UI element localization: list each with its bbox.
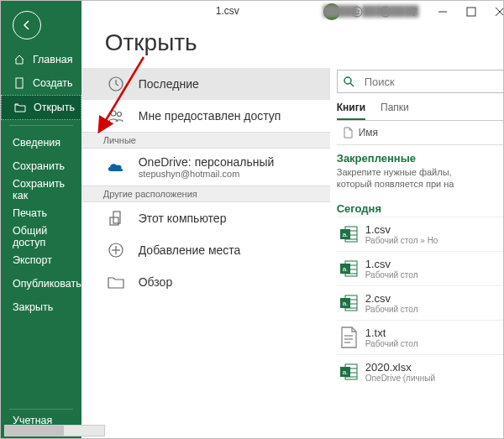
home-icon: [13, 53, 26, 66]
user-name: █████ ████████: [323, 5, 419, 17]
search-box[interactable]: [337, 70, 504, 93]
maximize-button[interactable]: [461, 3, 481, 20]
file-type-icon: a.: [337, 360, 360, 384]
file-icon: [337, 127, 359, 138]
column-name[interactable]: Имя: [359, 127, 378, 138]
onedrive-icon: [103, 154, 129, 180]
this-pc-icon: [103, 206, 129, 231]
source-recent[interactable]: Последние: [81, 68, 330, 100]
svg-point-19: [344, 77, 351, 84]
source-onedrive[interactable]: OneDrive: персональный stepushyn@hotmail…: [81, 149, 330, 186]
divider: [9, 125, 73, 126]
file-location: Рабочий стол: [365, 339, 418, 348]
nav-publish[interactable]: Опубликовать: [1, 272, 81, 295]
svg-rect-0: [16, 78, 23, 88]
svg-text:a.: a.: [342, 300, 348, 307]
group-personal: Личные: [81, 132, 330, 149]
file-type-icon: a.: [337, 222, 360, 246]
svg-point-13: [117, 112, 121, 117]
back-button[interactable]: [13, 11, 41, 39]
today-heading: Сегодня: [337, 202, 504, 215]
nav-label: Главная: [33, 54, 73, 65]
file-item[interactable]: a.1.csvРабочий стол » Но: [337, 217, 504, 251]
file-item[interactable]: a.1.csvРабочий стол: [337, 251, 504, 285]
source-label: Обзор: [139, 275, 172, 289]
file-name: 1.csv: [365, 223, 438, 236]
titlebar: 1.csv █████ ████████ ?: [81, 1, 504, 23]
source-add-place[interactable]: Добавление места: [81, 234, 330, 266]
nav-info[interactable]: Сведения: [1, 131, 81, 154]
file-type-icon: a.: [337, 291, 360, 315]
source-label: OneDrive: персональный: [139, 155, 275, 169]
tab-workbooks[interactable]: Книги: [337, 98, 365, 120]
backstage-sidebar: Главная Создать Открыть Сведения Сохрани…: [1, 1, 81, 438]
svg-rect-8: [467, 8, 475, 16]
nav-export[interactable]: Экспорт: [1, 248, 81, 272]
source-label: Мне предоставлен доступ: [139, 109, 281, 123]
close-button[interactable]: [490, 3, 504, 20]
file-location: Рабочий стол: [365, 305, 418, 314]
add-place-icon: [103, 238, 129, 263]
source-label: Добавление места: [139, 243, 241, 257]
pinned-heading: Закрепленные: [337, 152, 504, 165]
clock-icon: [103, 71, 129, 97]
minimize-button[interactable]: [433, 3, 453, 20]
source-label: Последние: [139, 77, 199, 91]
svg-text:a.: a.: [342, 368, 348, 376]
svg-text:a.: a.: [342, 265, 348, 273]
file-location: Рабочий стол: [365, 270, 418, 280]
nav-save[interactable]: Сохранить: [1, 154, 81, 178]
nav-close[interactable]: Закрыть: [1, 295, 81, 319]
group-other: Другие расположения: [81, 186, 330, 202]
file-type-icon: a.: [337, 257, 360, 280]
file-item[interactable]: 1.txtРабочий стол: [337, 320, 504, 354]
svg-text:a.: a.: [342, 231, 348, 238]
source-label: Этот компьютер: [139, 212, 227, 225]
new-file-icon: [13, 76, 26, 90]
svg-rect-15: [110, 217, 118, 225]
source-subtitle: stepushyn@hotmail.com: [139, 169, 275, 179]
nav-print[interactable]: Печать: [1, 201, 81, 225]
nav-new[interactable]: Создать: [1, 71, 81, 95]
folder-icon: [103, 269, 129, 295]
file-item[interactable]: a.2.csvРабочий стол: [337, 285, 504, 320]
main-area: 1.csv █████ ████████ ? Открыть Последние: [81, 1, 504, 438]
file-item[interactable]: a.2020.xlsxOneDrive (личный: [337, 354, 504, 389]
file-name: 1.csv: [365, 258, 418, 270]
file-name: 1.txt: [365, 327, 418, 339]
nav-save-as[interactable]: Сохранить как: [1, 178, 81, 201]
tab-folders[interactable]: Папки: [381, 98, 409, 120]
folder-open-icon: [13, 101, 27, 114]
source-this-pc[interactable]: Этот компьютер: [81, 202, 330, 234]
pinned-desc: Закрепите нужные файлы, который появляет…: [337, 166, 471, 191]
divider: [9, 409, 73, 410]
nav-share[interactable]: Общий доступ: [1, 225, 81, 248]
file-name: 2.csv: [365, 292, 418, 305]
search-input[interactable]: [363, 75, 504, 89]
files-panel: Книги Папки Имя Закрепленные Закрепите н…: [330, 68, 504, 438]
svg-line-20: [350, 83, 354, 86]
horizontal-scrollbar[interactable]: [4, 425, 105, 436]
nav-home[interactable]: Главная: [1, 48, 81, 71]
source-browse[interactable]: Обзор: [81, 266, 330, 298]
nav-label: Создать: [33, 77, 73, 89]
page-title: Открыть: [105, 29, 504, 56]
search-icon: [343, 76, 354, 87]
open-sources: Последние Мне предоставлен доступ Личные…: [81, 68, 330, 438]
source-shared[interactable]: Мне предоставлен доступ: [81, 100, 330, 132]
svg-point-12: [111, 111, 116, 116]
file-location: OneDrive (личный: [365, 374, 435, 383]
file-type-icon: [337, 326, 360, 349]
nav-open[interactable]: Открыть: [1, 95, 81, 120]
file-location: Рабочий стол » Но: [365, 236, 438, 245]
nav-label: Открыть: [34, 102, 75, 113]
window-title: 1.csv: [216, 5, 239, 17]
file-name: 2020.xlsx: [365, 361, 435, 374]
table-header: Имя: [337, 121, 504, 145]
shared-icon: [103, 103, 129, 128]
file-tabs: Книги Папки: [337, 98, 504, 121]
